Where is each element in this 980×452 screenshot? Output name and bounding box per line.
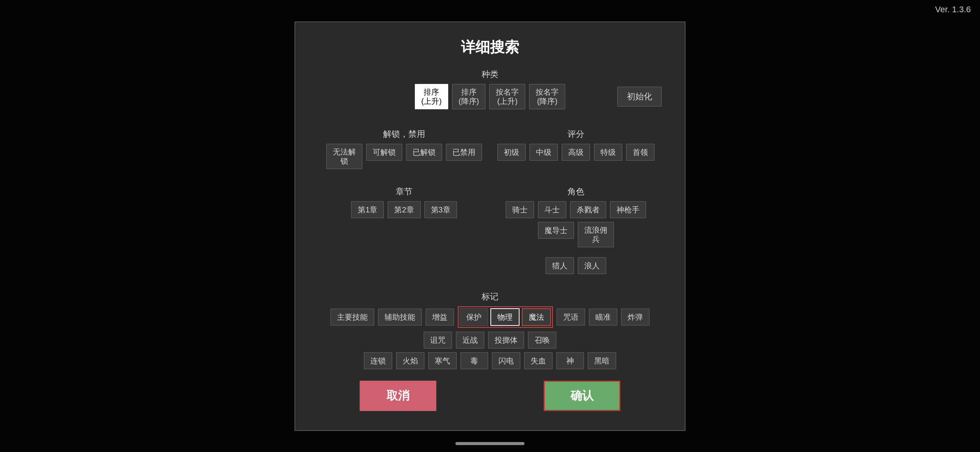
chapter-btn-3[interactable]: 第3章 — [424, 201, 457, 218]
cancel-button[interactable]: 取消 — [360, 381, 436, 411]
char-btn-gunner[interactable]: 神枪手 — [610, 201, 646, 218]
unlock-btn-disabled[interactable]: 已禁用 — [446, 144, 482, 161]
tag-red-group: 保护 物理 魔法 — [458, 306, 553, 328]
version-label: Ver. 1.3.6 — [935, 5, 971, 15]
tag-btn-cold[interactable]: 寒气 — [428, 352, 457, 369]
tag-btn-main-skill[interactable]: 主要技能 — [331, 309, 374, 325]
tag-btn-poison[interactable]: 毒 — [460, 352, 488, 369]
char-btn-ronin[interactable]: 浪人 — [578, 257, 606, 274]
sort-btn-name-desc[interactable]: 按名字 (降序) — [529, 84, 565, 109]
tag-btn-buff[interactable]: 增益 — [426, 309, 454, 325]
tag-btn-physical[interactable]: 物理 — [490, 308, 520, 326]
unlock-btn-done[interactable]: 已解锁 — [406, 144, 442, 161]
char-btn-slayer[interactable]: 杀戮者 — [570, 201, 606, 218]
tags-label: 标记 — [318, 291, 662, 302]
char-btn-knight[interactable]: 骑士 — [506, 201, 534, 218]
bottom-buttons: 取消 确认 — [318, 381, 662, 411]
tag-btn-aux-skill[interactable]: 辅助技能 — [378, 309, 422, 325]
sort-btn-desc[interactable]: 排序 (降序) — [452, 84, 485, 109]
tags-section: 标记 主要技能 辅助技能 增益 保护 物理 魔法 咒语 瞄准 炸弹 诅咒 近战 … — [318, 291, 662, 369]
tag-btn-protect[interactable]: 保护 — [460, 308, 488, 326]
rating-btn-special[interactable]: 特级 — [594, 144, 622, 161]
confirm-button[interactable]: 确认 — [544, 381, 620, 411]
tag-btn-lightning[interactable]: 闪电 — [492, 352, 520, 369]
char-btn-fighter[interactable]: 斗士 — [538, 201, 566, 218]
tag-btn-bleed[interactable]: 失血 — [524, 352, 552, 369]
sort-btn-asc[interactable]: 排序 (上升) — [415, 84, 448, 109]
char-btn-hunter[interactable]: 猎人 — [546, 257, 574, 274]
dialog-title: 详细搜索 — [318, 38, 662, 57]
char-btn-mage[interactable]: 魔导士 — [538, 222, 574, 239]
rating-label: 评分 — [567, 128, 584, 140]
chapter-label: 章节 — [396, 186, 413, 197]
tag-btn-dark[interactable]: 黑暗 — [588, 352, 616, 369]
tag-btn-holy[interactable]: 神 — [556, 352, 584, 369]
tag-btn-bomb[interactable]: 炸弹 — [621, 309, 649, 325]
rating-btn-boss[interactable]: 首领 — [626, 144, 654, 161]
rating-btn-mid[interactable]: 中级 — [529, 144, 558, 161]
tag-btn-throw[interactable]: 投掷体 — [488, 332, 524, 348]
search-dialog: 详细搜索 种类 排序 (上升) 排序 (降序) 按名字 (上升) 按名字 (降序… — [294, 21, 686, 431]
char-btn-wanderer[interactable]: 流浪佣 兵 — [578, 222, 614, 247]
chapter-btn-1[interactable]: 第1章 — [351, 201, 384, 218]
scrollbar-indicator — [455, 442, 525, 445]
chapter-btn-2[interactable]: 第2章 — [388, 201, 420, 218]
unlock-label: 解锁，禁用 — [383, 128, 425, 140]
tag-btn-curse-spell[interactable]: 咒语 — [557, 309, 585, 325]
tag-btn-curse[interactable]: 诅咒 — [424, 332, 452, 348]
sort-btn-name-asc[interactable]: 按名字 (上升) — [489, 84, 525, 109]
rating-btn-high[interactable]: 高级 — [562, 144, 590, 161]
tag-btn-aim[interactable]: 瞄准 — [589, 309, 617, 325]
tag-btn-magic[interactable]: 魔法 — [522, 308, 551, 326]
tag-btn-melee[interactable]: 近战 — [456, 332, 484, 348]
tag-btn-fire[interactable]: 火焰 — [396, 352, 424, 369]
tag-btn-summon[interactable]: 召唤 — [528, 332, 556, 348]
tag-btn-chain[interactable]: 连锁 — [364, 352, 392, 369]
rating-btn-beginner[interactable]: 初级 — [497, 144, 526, 161]
sort-label: 种类 — [482, 69, 498, 80]
init-button[interactable]: 初始化 — [617, 87, 662, 107]
unlock-btn-cannot[interactable]: 无法解 锁 — [326, 144, 362, 169]
character-label: 角色 — [567, 186, 584, 197]
unlock-btn-can[interactable]: 可解锁 — [366, 144, 402, 161]
